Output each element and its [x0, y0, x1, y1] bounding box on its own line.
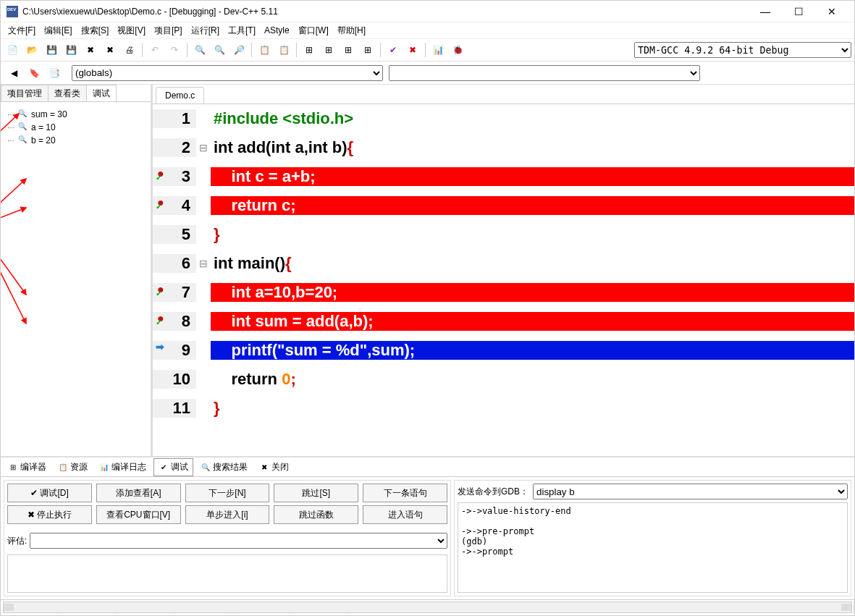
- bottom-tab[interactable]: ✔ 调试: [153, 458, 193, 476]
- debug-panel: ✔ 调试[D]添加查看[A]下一步[N]跳过[S]下一条语句 ✖ 停止执行查看C…: [1, 476, 854, 599]
- watch-list: sum = 30a = 10b = 20: [1, 102, 151, 153]
- maximize-button[interactable]: ☐: [782, 1, 815, 22]
- new-file-icon[interactable]: 📄: [4, 41, 21, 59]
- run-icon[interactable]: ⊞: [320, 41, 337, 59]
- editor-panel: Demo.c 1#include <stdio.h>2⊟int add(int …: [153, 85, 854, 456]
- app-icon: [7, 6, 18, 17]
- code-line[interactable]: 4 return c;: [153, 191, 854, 220]
- code-line[interactable]: 11}: [153, 394, 854, 423]
- compile-run-icon[interactable]: ⊞: [340, 41, 357, 59]
- back-icon[interactable]: ◀: [5, 64, 22, 82]
- goto2-icon[interactable]: 📋: [275, 41, 292, 59]
- bottom-tabs: ⊞ 编译器📋 资源📊 编译日志✔ 调试🔍 搜索结果✖ 关闭: [1, 456, 854, 476]
- minimize-button[interactable]: —: [749, 1, 782, 22]
- code-line[interactable]: 1#include <stdio.h>: [153, 104, 854, 133]
- file-tab-demo[interactable]: Demo.c: [156, 87, 204, 104]
- globals-select[interactable]: (globals): [72, 65, 383, 81]
- undo-icon[interactable]: ↶: [146, 41, 164, 59]
- menu-item[interactable]: 帮助[H]: [333, 23, 370, 38]
- debug-button[interactable]: 下一步[N]: [185, 484, 270, 502]
- symbol-select[interactable]: [389, 65, 700, 81]
- watch-item[interactable]: sum = 30: [4, 108, 148, 121]
- magnify-icon: [18, 122, 28, 132]
- menu-item[interactable]: 工具[T]: [224, 23, 260, 38]
- debug-button[interactable]: 添加查看[A]: [96, 484, 181, 502]
- bookmark-icon[interactable]: 🔖: [25, 64, 43, 82]
- code-line[interactable]: 6⊟int main(){: [153, 249, 854, 278]
- menu-item[interactable]: 项目[P]: [150, 23, 187, 38]
- find-icon[interactable]: 🔍: [191, 41, 209, 59]
- magnify-icon: [18, 135, 28, 145]
- bottom-tab[interactable]: 📋 资源: [54, 459, 92, 476]
- profile-icon[interactable]: 📊: [429, 41, 447, 59]
- eval-input[interactable]: [30, 533, 447, 549]
- rebuild-icon[interactable]: ⊞: [359, 41, 376, 59]
- code-line[interactable]: 7 int a=10,b=20;: [153, 278, 854, 307]
- titlebar: C:\Users\xiexuewu\Desktop\Demo.c - [Debu…: [1, 1, 854, 22]
- left-tab[interactable]: 查看类: [48, 85, 87, 101]
- replace-icon[interactable]: 🔍: [211, 41, 228, 59]
- code-line[interactable]: 3 int c = a+b;: [153, 162, 854, 191]
- debug-button[interactable]: 下一条语句: [363, 484, 447, 502]
- menu-item[interactable]: 搜索[S]: [77, 23, 114, 38]
- save-all-icon[interactable]: 💾: [62, 41, 80, 59]
- watch-item[interactable]: a = 10: [4, 121, 148, 134]
- watch-item[interactable]: b = 20: [4, 134, 148, 147]
- menu-item[interactable]: 窗口[W]: [294, 23, 333, 38]
- code-line[interactable]: 10 return 0;: [153, 365, 854, 394]
- close-all-icon[interactable]: ✖: [101, 41, 119, 59]
- menu-item[interactable]: 编辑[E]: [40, 23, 77, 38]
- debug-button[interactable]: 单步进入[i]: [185, 505, 270, 524]
- gdb-command-input[interactable]: display b: [533, 484, 848, 499]
- debug-icon[interactable]: ✔: [384, 41, 402, 59]
- main-toolbar: 📄 📂 💾 💾 ✖ ✖ 🖨 ↶ ↷ 🔍 🔍 🔎 📋 📋 ⊞ ⊞ ⊞ ⊞ ✔ ✖ …: [1, 38, 854, 62]
- gdb-output: ->->value-history-end ->->pre-prompt (gd…: [458, 502, 848, 593]
- left-tab[interactable]: 项目管理: [1, 85, 49, 101]
- menu-item[interactable]: 文件[F]: [4, 23, 40, 38]
- debug-button[interactable]: ✔ 调试[D]: [7, 484, 92, 502]
- goto-line-icon[interactable]: 📑: [46, 64, 63, 82]
- close-button[interactable]: ✕: [815, 1, 848, 22]
- debug-button[interactable]: 跳过函数: [274, 505, 358, 524]
- debug-button[interactable]: 查看CPU窗口[V]: [96, 505, 181, 524]
- debug-button[interactable]: ✖ 停止执行: [7, 505, 92, 524]
- debug-controls: ✔ 调试[D]添加查看[A]下一步[N]跳过[S]下一条语句 ✖ 停止执行查看C…: [4, 480, 451, 596]
- gdb-label: 发送命令到GDB：: [458, 486, 528, 498]
- eval-output: [7, 554, 447, 593]
- left-panel: 项目管理查看类调试 sum = 30a = 10b = 20: [1, 85, 153, 456]
- left-tabs: 项目管理查看类调试: [1, 85, 151, 102]
- bottom-tab[interactable]: ✖ 关闭: [255, 459, 293, 476]
- secondary-toolbar: ◀ 🔖 📑 (globals): [1, 62, 854, 85]
- debug-button[interactable]: 跳过[S]: [274, 484, 358, 502]
- menu-item[interactable]: AStyle: [260, 24, 294, 37]
- left-tab[interactable]: 调试: [86, 85, 117, 101]
- close-file-icon[interactable]: ✖: [82, 41, 99, 59]
- stop-icon[interactable]: ✖: [404, 41, 421, 59]
- bottom-tab[interactable]: 📊 编译日志: [95, 459, 151, 476]
- bottom-tab[interactable]: ⊞ 编译器: [4, 459, 51, 476]
- find-files-icon[interactable]: 🔎: [230, 41, 248, 59]
- code-line[interactable]: 9 printf("sum = %d",sum);: [153, 336, 854, 365]
- bottom-tab[interactable]: 🔍 搜索结果: [196, 459, 252, 476]
- menu-item[interactable]: 运行[R]: [187, 23, 224, 38]
- code-line[interactable]: 2⊟int add(int a,int b){: [153, 133, 854, 162]
- profile2-icon[interactable]: 🐞: [449, 41, 466, 59]
- code-line[interactable]: 8 int sum = add(a,b);: [153, 307, 854, 336]
- file-tabs: Demo.c: [153, 85, 854, 104]
- code-editor[interactable]: 1#include <stdio.h>2⊟int add(int a,int b…: [153, 104, 854, 456]
- gdb-console: 发送命令到GDB： display b ->->value-history-en…: [454, 480, 851, 596]
- compile-icon[interactable]: ⊞: [300, 41, 318, 59]
- eval-label: 评估:: [7, 535, 27, 547]
- window-title: C:\Users\xiexuewu\Desktop\Demo.c - [Debu…: [22, 7, 749, 17]
- menu-item[interactable]: 视图[V]: [113, 23, 150, 38]
- save-icon[interactable]: 💾: [43, 41, 60, 59]
- menubar: 文件[F]编辑[E]搜索[S]视图[V]项目[P]运行[R]工具[T]AStyl…: [1, 22, 854, 38]
- code-line[interactable]: 5}: [153, 220, 854, 249]
- debug-button[interactable]: 进入语句: [363, 505, 447, 524]
- magnify-icon: [18, 109, 28, 119]
- compiler-select[interactable]: TDM-GCC 4.9.2 64-bit Debug: [634, 42, 851, 58]
- print-icon[interactable]: 🖨: [121, 41, 138, 59]
- open-icon[interactable]: 📂: [23, 41, 41, 59]
- redo-icon[interactable]: ↷: [166, 41, 183, 59]
- goto-icon[interactable]: 📋: [256, 41, 273, 59]
